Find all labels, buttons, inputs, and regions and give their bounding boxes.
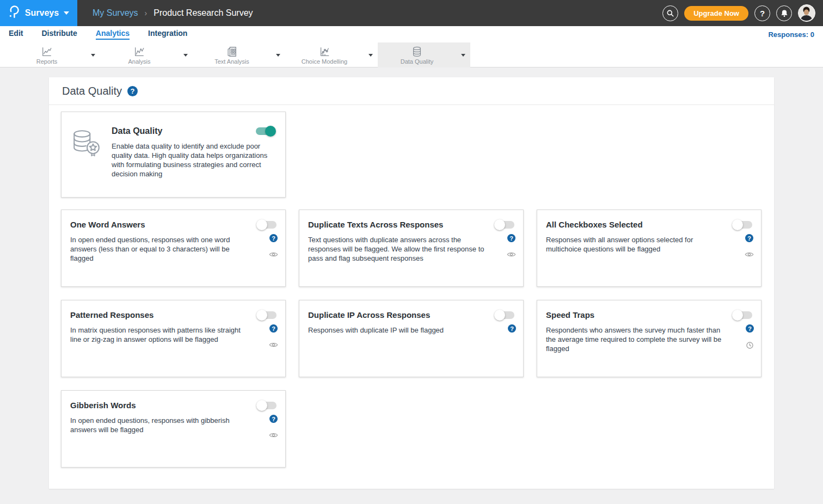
- bell-icon: [781, 9, 788, 17]
- card-title: One Word Answers: [70, 220, 145, 229]
- main-card-title: Data Quality: [112, 126, 162, 136]
- card-description: Text questions with duplicate answers ac…: [308, 235, 514, 263]
- panel-header: Data Quality ?: [49, 77, 774, 105]
- data-quality-panel: Data Quality ?: [49, 77, 774, 489]
- choice-modelling-dropdown-caret[interactable]: [364, 42, 378, 67]
- analysis-dropdown-caret[interactable]: [179, 42, 193, 67]
- quality-check-card: Gibberish Words In open ended questions,…: [61, 390, 286, 468]
- card-toggle[interactable]: [257, 402, 277, 409]
- chevron-down-icon: [368, 54, 373, 57]
- tab-choice-modelling-button[interactable]: Choice Modelling: [285, 42, 364, 67]
- data-quality-toggle[interactable]: [256, 127, 275, 135]
- quality-checks-grid: One Word Answers In open ended questions…: [61, 210, 762, 468]
- toggle-knob: [256, 400, 267, 411]
- nav-analytics[interactable]: Analytics: [96, 29, 130, 40]
- chevron-down-icon: [461, 54, 465, 57]
- help-icon[interactable]: ?: [508, 324, 516, 333]
- chevron-down-icon: [276, 54, 280, 57]
- main-card-description: Enable data quality to identify and excl…: [112, 142, 275, 179]
- tab-reports: Reports: [8, 42, 100, 67]
- analysis-chart-icon: [133, 46, 145, 58]
- help-icon[interactable]: ?: [269, 415, 278, 423]
- questionpro-logo-icon: [8, 5, 20, 22]
- notifications-button[interactable]: [776, 5, 792, 21]
- topbar: Surveys My Surveys › Product Research Su…: [0, 0, 823, 26]
- nav-distribute[interactable]: Distribute: [41, 29, 77, 40]
- card-toggle[interactable]: [495, 221, 514, 229]
- database-quality-icon: [70, 127, 102, 197]
- main-content: Data Quality ?: [0, 67, 823, 504]
- tab-text-analysis: Text Analysis: [193, 42, 285, 67]
- data-quality-main-card: Data Quality Enable data quality to iden…: [61, 112, 286, 198]
- quality-check-card: One Word Answers In open ended questions…: [61, 210, 286, 287]
- card-toggle[interactable]: [257, 311, 277, 319]
- card-toggle[interactable]: [733, 221, 752, 229]
- user-avatar[interactable]: [798, 4, 815, 22]
- page-help-icon[interactable]: ?: [127, 86, 138, 96]
- help-icon[interactable]: ?: [507, 234, 515, 242]
- database-icon: [411, 46, 423, 58]
- eye-icon[interactable]: [745, 251, 754, 257]
- chevron-down-icon: [183, 54, 188, 57]
- clock-icon[interactable]: [746, 342, 753, 349]
- tab-data-quality-button[interactable]: Data Quality: [378, 42, 456, 67]
- quality-check-card: Duplicate IP Across Responses Responses …: [299, 300, 524, 377]
- tab-text-analysis-button[interactable]: Text Analysis: [193, 42, 271, 67]
- eye-icon[interactable]: [507, 251, 516, 257]
- reports-dropdown-caret[interactable]: [86, 42, 100, 67]
- upgrade-now-button[interactable]: Upgrade Now: [684, 6, 748, 21]
- product-name: Surveys: [25, 8, 59, 18]
- help-icon[interactable]: ?: [269, 324, 278, 333]
- help-icon[interactable]: ?: [745, 234, 753, 242]
- eye-icon[interactable]: [269, 432, 278, 438]
- card-title: Duplicate IP Across Responses: [308, 310, 430, 319]
- tab-reports-button[interactable]: Reports: [8, 42, 86, 67]
- quality-check-card: Patterned Responses In matrix question r…: [61, 300, 286, 377]
- product-switcher[interactable]: Surveys: [0, 0, 77, 26]
- panel-body: Data Quality Enable data quality to iden…: [49, 105, 774, 484]
- text-analysis-icon: [226, 46, 238, 58]
- card-toggle[interactable]: [257, 221, 277, 229]
- chevron-down-icon: [64, 11, 69, 15]
- card-description: Respondents who answers the survey much …: [546, 325, 752, 353]
- toggle-knob: [265, 126, 276, 137]
- help-icon[interactable]: ?: [746, 324, 754, 333]
- breadcrumb-current-survey: Product Research Survey: [153, 8, 253, 18]
- search-icon: [666, 9, 674, 17]
- data-quality-dropdown-caret[interactable]: [456, 42, 470, 67]
- card-description: In open ended questions, responses with …: [70, 416, 277, 434]
- card-title: Duplicate Texts Across Responses: [308, 220, 443, 229]
- eye-icon[interactable]: [269, 342, 278, 348]
- card-toggle[interactable]: [733, 311, 752, 319]
- survey-section-nav: Edit Distribute Analytics Integration Re…: [0, 26, 823, 42]
- card-title: All Checkboxes Selected: [546, 220, 643, 229]
- text-analysis-dropdown-caret[interactable]: [271, 42, 285, 67]
- question-mark-icon: ?: [760, 9, 765, 17]
- topbar-actions: Upgrade Now ?: [662, 4, 823, 22]
- analytics-toolbar: Reports Analysis Text Analysis: [0, 42, 823, 67]
- breadcrumb-my-surveys[interactable]: My Surveys: [93, 8, 138, 18]
- toggle-knob: [494, 310, 505, 321]
- card-description: In open ended questions, responses with …: [70, 235, 277, 263]
- nav-integration[interactable]: Integration: [148, 29, 187, 40]
- toggle-knob: [732, 219, 743, 230]
- card-description: Responses with duplicate IP will be flag…: [308, 325, 514, 335]
- toggle-knob: [494, 219, 505, 230]
- choice-modelling-icon: [318, 46, 330, 58]
- quality-check-card: Speed Traps Respondents who answers the …: [537, 300, 761, 377]
- chevron-down-icon: [91, 54, 95, 57]
- search-button[interactable]: [662, 5, 678, 21]
- card-title: Gibberish Words: [70, 401, 136, 410]
- help-icon[interactable]: ?: [269, 234, 278, 242]
- breadcrumb: My Surveys › Product Research Survey: [93, 8, 253, 18]
- tab-analysis-button[interactable]: Analysis: [100, 42, 179, 67]
- card-title: Speed Traps: [546, 310, 594, 319]
- app-window: Surveys My Surveys › Product Research Su…: [0, 0, 823, 504]
- reports-chart-icon: [41, 46, 53, 58]
- help-button[interactable]: ?: [754, 5, 770, 21]
- breadcrumb-separator-icon: ›: [145, 9, 148, 17]
- card-toggle[interactable]: [495, 311, 514, 319]
- nav-edit[interactable]: Edit: [9, 29, 23, 40]
- toggle-knob: [732, 310, 743, 321]
- eye-icon[interactable]: [269, 251, 278, 257]
